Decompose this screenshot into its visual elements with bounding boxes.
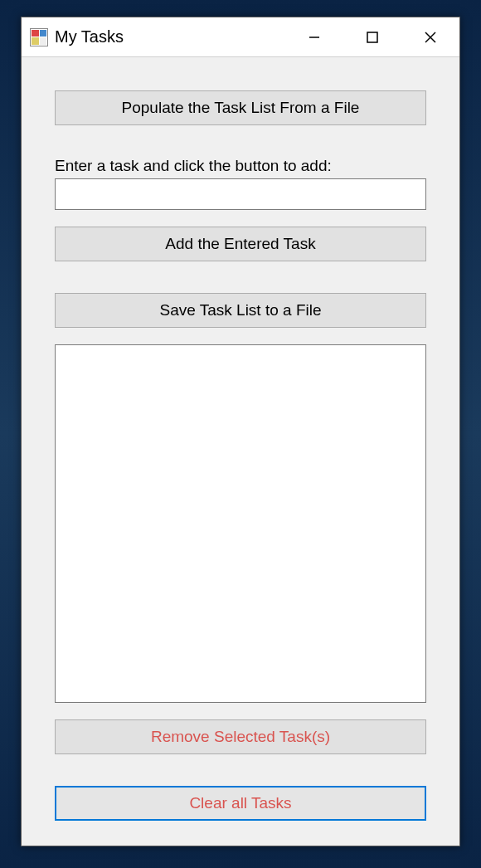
titlebar: My Tasks <box>22 17 459 57</box>
remove-selected-button[interactable]: Remove Selected Task(s) <box>55 719 426 754</box>
minimize-icon <box>308 31 321 44</box>
maximize-button[interactable] <box>343 17 401 56</box>
app-icon <box>30 28 48 46</box>
add-task-button[interactable]: Add the Entered Task <box>55 227 426 261</box>
populate-button[interactable]: Populate the Task List From a File <box>55 90 426 125</box>
maximize-icon <box>367 32 378 43</box>
svg-rect-1 <box>367 32 377 42</box>
clear-all-button[interactable]: Clear all Tasks <box>55 786 426 821</box>
client-area: Populate the Task List From a File Enter… <box>22 57 459 846</box>
save-list-button[interactable]: Save Task List to a File <box>55 293 426 328</box>
task-input[interactable] <box>55 178 426 210</box>
enter-task-label: Enter a task and click the button to add… <box>55 157 426 175</box>
app-window: My Tasks Populate the Task List From a <box>21 17 460 846</box>
minimize-button[interactable] <box>285 17 343 56</box>
window-title: My Tasks <box>55 27 124 46</box>
window-controls <box>285 17 459 56</box>
task-listbox[interactable] <box>55 344 426 703</box>
close-button[interactable] <box>401 17 459 56</box>
close-icon <box>424 31 437 44</box>
